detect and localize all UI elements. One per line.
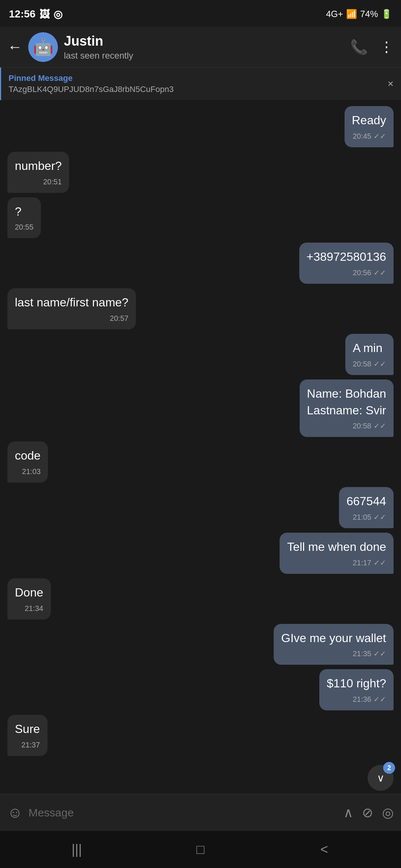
status-ring-icon: ◎ — [53, 8, 62, 20]
input-actions: ∧ ⊘ ◎ — [343, 805, 394, 821]
message-ticks: ✓✓ — [374, 421, 386, 431]
message-text: 667544 — [346, 494, 386, 508]
message-bubble: +38972580136 20:56 ✓✓ — [299, 243, 394, 284]
message-meta: 20:51 — [15, 177, 62, 187]
message-time: 20:56 — [353, 267, 371, 278]
message-time: 21:05 — [353, 512, 371, 522]
message-bubble: A min 20:58 ✓✓ — [345, 334, 394, 375]
status-photo-icon: 🖼 — [39, 8, 50, 20]
message-meta: 20:55 — [15, 222, 33, 232]
message-meta: 21:05 ✓✓ — [346, 512, 386, 522]
message-bubble: $110 right? 21:36 ✓✓ — [319, 669, 394, 710]
message-text: $110 right? — [327, 677, 386, 690]
message-time: 20:58 — [353, 359, 371, 369]
message-time: 21:34 — [25, 603, 43, 614]
pinned-label: Pinned Message — [9, 73, 382, 83]
message-ticks: ✓✓ — [374, 558, 386, 568]
attach-icon[interactable]: ⊘ — [362, 805, 373, 821]
message-text: +38972580136 — [307, 250, 386, 263]
message-meta: 20:58 ✓✓ — [353, 359, 386, 369]
message-row: Name: BohdanLastname: Svir 20:58 ✓✓ — [7, 379, 394, 437]
message-meta: 20:57 — [15, 313, 128, 323]
message-row: 667544 21:05 ✓✓ — [7, 487, 394, 528]
message-bubble: code 21:03 — [7, 441, 48, 483]
chat-header: ← 🤖 Justin last seen recently 📞 ⋮ — [0, 27, 401, 68]
network-type: 4G+ — [326, 9, 343, 19]
message-time: 21:03 — [22, 466, 40, 477]
message-ticks: ✓✓ — [374, 131, 386, 141]
message-text: Tell me when done — [287, 540, 386, 553]
chat-area: Ready 20:45 ✓✓ number? 20:51 ? 20:55 +38… — [0, 100, 401, 765]
message-text: Done — [15, 586, 43, 599]
message-time: 20:55 — [15, 222, 33, 232]
message-time: 20:45 — [353, 131, 371, 141]
message-row: GIve me your wallet 21:35 ✓✓ — [7, 624, 394, 665]
message-meta: 21:35 ✓✓ — [281, 648, 386, 659]
message-bubble: GIve me your wallet 21:35 ✓✓ — [274, 624, 394, 665]
pinned-message-bar[interactable]: Pinned Message TAzgBLK4Q9UPJUD8n7sGaJ8rb… — [0, 68, 401, 100]
message-bubble: Ready 20:45 ✓✓ — [345, 106, 394, 147]
recents-button[interactable]: ||| — [62, 835, 92, 864]
message-bubble: Name: BohdanLastname: Svir 20:58 ✓✓ — [300, 379, 394, 437]
message-meta: 20:45 ✓✓ — [352, 131, 387, 141]
message-text: last name/first name? — [15, 296, 128, 309]
message-input[interactable] — [29, 806, 338, 819]
pinned-text: TAzgBLK4Q9UPJUD8n7sGaJ8rbN5CuFopn3 — [9, 85, 306, 94]
message-bubble: Done 21:34 — [7, 578, 51, 619]
unread-badge: 2 — [383, 762, 395, 774]
message-bubble: last name/first name? 20:57 — [7, 288, 136, 329]
message-ticks: ✓✓ — [374, 267, 386, 278]
message-text: A min — [353, 341, 382, 355]
emoji-button[interactable]: ☺ — [7, 804, 23, 821]
message-time: 21:17 — [353, 558, 371, 568]
message-row: ? 20:55 — [7, 197, 394, 239]
message-text: number? — [15, 159, 62, 172]
message-meta: 20:58 ✓✓ — [307, 421, 386, 431]
header-actions: 📞 ⋮ — [350, 39, 394, 55]
pinned-close-button[interactable]: × — [388, 78, 394, 90]
up-arrow-icon[interactable]: ∧ — [343, 805, 353, 821]
message-meta: 20:56 ✓✓ — [307, 267, 386, 278]
camera-icon[interactable]: ◎ — [382, 805, 394, 821]
pinned-content: Pinned Message TAzgBLK4Q9UPJUD8n7sGaJ8rb… — [9, 73, 382, 94]
back-nav-button[interactable]: < — [309, 835, 339, 864]
message-row: code 21:03 — [7, 441, 394, 483]
status-time: 12:56 — [9, 8, 36, 20]
more-options-button[interactable]: ⋮ — [379, 39, 394, 55]
message-time: 21:35 — [353, 648, 371, 659]
message-time: 20:58 — [353, 421, 371, 431]
contact-status: last seen recently — [64, 50, 350, 61]
avatar[interactable]: 🤖 — [28, 32, 58, 62]
back-button[interactable]: ← — [7, 39, 22, 55]
message-ticks: ✓✓ — [374, 694, 386, 704]
message-text: Sure — [15, 722, 40, 736]
message-bubble: Sure 21:37 — [7, 715, 48, 756]
message-row: Ready 20:45 ✓✓ — [7, 106, 394, 147]
message-meta: 21:36 ✓✓ — [327, 694, 386, 704]
status-bar: 12:56 🖼 ◎ 4G+ 📶 74% 🔋 — [0, 0, 401, 27]
message-time: 21:37 — [22, 740, 40, 750]
message-bubble: Tell me when done 21:17 ✓✓ — [280, 533, 394, 574]
message-text: Ready — [352, 114, 387, 127]
message-time: 21:36 — [353, 694, 371, 704]
scroll-down-area: ∨ 2 — [0, 765, 401, 794]
message-time: 20:51 — [43, 177, 62, 187]
message-row: Tell me when done 21:17 ✓✓ — [7, 533, 394, 574]
message-meta: 21:34 — [15, 603, 43, 614]
home-button[interactable]: □ — [186, 835, 215, 864]
contact-info: Justin last seen recently — [64, 33, 350, 61]
message-row: A min 20:58 ✓✓ — [7, 334, 394, 375]
message-bubble: 667544 21:05 ✓✓ — [339, 487, 394, 528]
message-ticks: ✓✓ — [374, 359, 386, 369]
battery-level: 74% — [360, 9, 378, 19]
signal-icon: 📶 — [346, 9, 357, 19]
message-text: ? — [15, 205, 22, 218]
scroll-down-button[interactable]: ∨ 2 — [368, 765, 394, 791]
navigation-bar: ||| □ < — [0, 831, 401, 868]
message-meta: 21:03 — [15, 466, 40, 477]
message-row: +38972580136 20:56 ✓✓ — [7, 243, 394, 284]
chevron-down-icon: ∨ — [377, 772, 385, 784]
call-button[interactable]: 📞 — [350, 39, 368, 55]
contact-name: Justin — [64, 33, 350, 49]
avatar-face: 🤖 — [28, 32, 58, 62]
